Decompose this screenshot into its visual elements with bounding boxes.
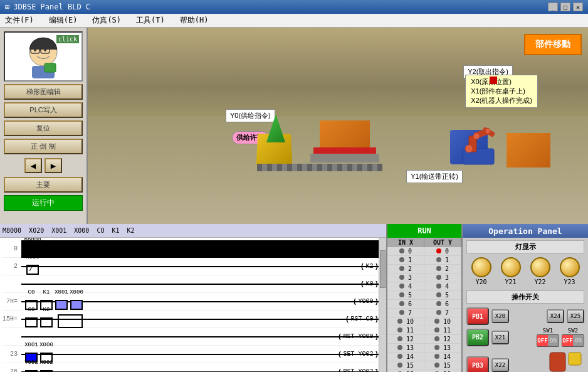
- ladder-row-2: 2 X020 / ( K2 ): [3, 258, 384, 275]
- ladder-row-0: 0 M8000 ( SET Y001 ): [3, 240, 384, 258]
- vertical-scrollbar[interactable]: [379, 238, 386, 372]
- main-area: click 梯形图编辑 PLC写入 复位 正 倒 制 ◀ ▶ 主要 运行中 部件…: [0, 28, 588, 372]
- svg-point-14: [485, 129, 490, 134]
- red-indicator: [490, 77, 497, 84]
- rnum-0: 0: [3, 245, 20, 252]
- sw2-body[interactable]: OFF ON: [562, 334, 584, 347]
- bulb-y20[interactable]: [471, 257, 491, 277]
- top-area: click 梯形图编辑 PLC写入 复位 正 倒 制 ◀ ▶ 主要 运行中 部件…: [0, 28, 588, 224]
- sw2-on[interactable]: ON: [573, 335, 584, 346]
- status-running: 运行中: [4, 195, 83, 211]
- sw1-label: SW1: [543, 327, 553, 334]
- contact-x020: /: [26, 265, 39, 275]
- in-dot-14: [397, 354, 402, 359]
- run-label: RUN: [417, 226, 431, 235]
- fwd-rev-btn[interactable]: 正 倒 制: [4, 139, 83, 154]
- label-y1: Y1(输送带正转): [406, 170, 463, 183]
- in-dot-3: [399, 275, 404, 280]
- io-row-13: 13 13: [387, 344, 461, 353]
- minimize-btn[interactable]: _: [548, 3, 558, 11]
- svg-point-12: [465, 145, 473, 152]
- label-x0: X0(原点位置): [471, 77, 532, 87]
- pb3-btn[interactable]: PB3: [466, 356, 489, 372]
- out-dot-10: [434, 319, 439, 324]
- light-y22: Y22: [530, 257, 550, 285]
- close-btn[interactable]: ✕: [573, 3, 583, 11]
- contact-x020-label: X020: [26, 254, 39, 260]
- x22-switch[interactable]: X22: [491, 358, 509, 372]
- ladder-row-23: 23 X001 X000 (: [3, 346, 384, 363]
- header-x001: X001: [51, 227, 66, 234]
- main-btn[interactable]: 主要: [4, 177, 83, 193]
- right-arrow-btn[interactable]: ▶: [45, 158, 62, 173]
- x21-switch[interactable]: X21: [491, 331, 509, 344]
- scene-3d: 部件移動 Y0(供给指令) 供给许可 Y1(输送带正转) Y2(取出指令) X0…: [88, 28, 588, 224]
- menu-help[interactable]: 帮助(H): [177, 14, 211, 27]
- reset-btn[interactable]: 复位: [4, 120, 83, 136]
- ladder-edit-btn[interactable]: 梯形图编辑: [4, 84, 83, 100]
- io-row-3: 3 3: [387, 274, 461, 282]
- ladder-content: 0 M8000 ( SET Y001 ): [0, 238, 386, 372]
- title-bar: ⊞ 3DBSE Panel BLD C _ □ ✕: [0, 0, 588, 14]
- ladder-panel[interactable]: M8000 X020 X001 X000 CO K1 K2 0 M8000: [0, 224, 387, 372]
- bulb-y23[interactable]: [560, 257, 580, 277]
- out-dot-12: [434, 336, 439, 341]
- in-dot-6: [399, 301, 404, 306]
- out-dot-11: [434, 327, 439, 332]
- bulb-y21[interactable]: [501, 257, 521, 277]
- header-x000: X000: [74, 227, 89, 234]
- label-x1: X1(部件在桌子上): [471, 87, 532, 96]
- in-dot-2: [399, 266, 404, 271]
- light-y23: Y23: [560, 257, 580, 285]
- menu-bar: 文件(F) 编辑(E) 仿真(S) 工具(T) 帮助(H): [0, 14, 588, 28]
- out-dot-13: [434, 345, 439, 350]
- lights-row: Y20 Y21 Y22 Y23: [463, 255, 588, 288]
- x25-switch[interactable]: X25: [567, 309, 584, 323]
- op-panel-title: Operation Panel: [488, 226, 562, 236]
- left-arrow-btn[interactable]: ◀: [24, 158, 42, 173]
- io-table-header: IN X OUT Y: [387, 238, 461, 247]
- out-col-header: OUT Y: [424, 238, 461, 247]
- window-controls[interactable]: _ □ ✕: [548, 3, 583, 11]
- menu-file[interactable]: 文件(F): [3, 14, 36, 27]
- io-row-11: 11 11: [387, 326, 461, 335]
- header-x020: X020: [29, 227, 44, 234]
- io-run-header: RUN: [387, 224, 461, 238]
- sw1-off[interactable]: OFF: [537, 335, 548, 346]
- maximize-btn[interactable]: □: [560, 3, 570, 11]
- x20-switch[interactable]: X20: [491, 309, 509, 323]
- bulb-y22[interactable]: [530, 257, 550, 277]
- menu-sim[interactable]: 仿真(S): [90, 14, 123, 27]
- io-row-4: 4 4: [387, 282, 461, 291]
- pb2-btn[interactable]: PB2: [466, 329, 489, 346]
- menu-edit[interactable]: 编辑(E): [46, 14, 80, 27]
- in-dot-5: [399, 292, 404, 297]
- sw2-toggle[interactable]: SW2 OFF ON: [562, 327, 584, 347]
- in-dot-13: [397, 345, 402, 350]
- in-dot-10: [397, 319, 402, 324]
- sw2-off[interactable]: OFF: [562, 335, 573, 346]
- io-row-12: 12 12: [387, 335, 461, 344]
- in-dot-4: [399, 284, 404, 289]
- conveyor-belt-obj: [257, 164, 382, 171]
- svg-rect-7: [45, 63, 56, 72]
- op-panel: Operation Panel 灯显示 Y20 Y21 Y22: [463, 224, 588, 372]
- pb1-btn[interactable]: PB1: [466, 307, 489, 325]
- sw1-toggle[interactable]: SW1 OFF ON: [537, 327, 559, 347]
- buken-btn[interactable]: 部件移動: [524, 34, 582, 55]
- scrollbar-thumb[interactable]: [380, 250, 386, 288]
- x24-switch[interactable]: X24: [547, 309, 564, 323]
- io-row-2: 2 2: [387, 265, 461, 274]
- menu-tools[interactable]: 工具(T): [134, 14, 167, 27]
- bulb-y22-label: Y22: [534, 279, 545, 285]
- sw1-body[interactable]: OFF ON: [537, 334, 559, 347]
- sw1-on[interactable]: ON: [548, 335, 559, 346]
- out-dot-14: [434, 354, 439, 359]
- switch-row-3: PB3 X22: [466, 349, 584, 372]
- avatar-area: click: [4, 31, 83, 82]
- out-dot-3: [436, 275, 441, 280]
- io-row-10: 10 10: [387, 317, 461, 326]
- rnum-2: 2: [3, 263, 20, 270]
- plc-write-btn[interactable]: PLC写入: [4, 102, 83, 118]
- out-dot-0: [436, 248, 441, 253]
